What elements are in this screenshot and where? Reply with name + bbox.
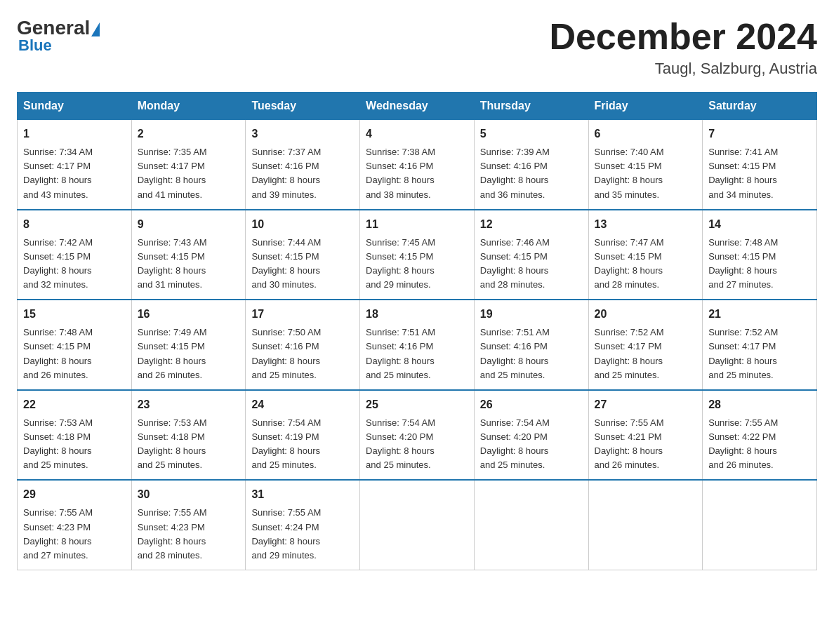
calendar-cell: 11 Sunrise: 7:45 AMSunset: 4:15 PMDaylig… xyxy=(360,210,475,300)
calendar-cell: 28 Sunrise: 7:55 AMSunset: 4:22 PMDaylig… xyxy=(703,390,817,481)
day-info: Sunrise: 7:44 AMSunset: 4:15 PMDaylight:… xyxy=(251,237,321,290)
calendar-week-2: 8 Sunrise: 7:42 AMSunset: 4:15 PMDayligh… xyxy=(18,210,817,300)
header-tuesday: Tuesday xyxy=(246,93,360,120)
calendar-table: Sunday Monday Tuesday Wednesday Thursday… xyxy=(17,92,817,570)
day-number: 7 xyxy=(708,126,811,142)
day-number: 29 xyxy=(23,486,126,503)
calendar-cell: 4 Sunrise: 7:38 AMSunset: 4:16 PMDayligh… xyxy=(360,120,475,210)
calendar-cell: 21 Sunrise: 7:52 AMSunset: 4:17 PMDaylig… xyxy=(703,300,817,390)
page-header: General Blue December 2024 Taugl, Salzbu… xyxy=(17,17,817,78)
day-info: Sunrise: 7:43 AMSunset: 4:15 PMDaylight:… xyxy=(138,237,207,290)
header-sunday: Sunday xyxy=(18,93,132,120)
day-number: 31 xyxy=(251,486,354,503)
month-title: December 2024 xyxy=(549,17,817,57)
day-info: Sunrise: 7:51 AMSunset: 4:16 PMDaylight:… xyxy=(480,327,550,380)
day-info: Sunrise: 7:55 AMSunset: 4:24 PMDaylight:… xyxy=(251,507,321,560)
day-info: Sunrise: 7:35 AMSunset: 4:17 PMDaylight:… xyxy=(138,147,207,199)
calendar-cell: 26 Sunrise: 7:54 AMSunset: 4:20 PMDaylig… xyxy=(474,390,588,481)
day-info: Sunrise: 7:52 AMSunset: 4:17 PMDaylight:… xyxy=(595,327,664,380)
day-number: 16 xyxy=(138,306,240,323)
day-info: Sunrise: 7:54 AMSunset: 4:19 PMDaylight:… xyxy=(251,417,321,470)
day-number: 5 xyxy=(480,126,583,142)
day-info: Sunrise: 7:46 AMSunset: 4:15 PMDaylight:… xyxy=(480,237,550,290)
day-info: Sunrise: 7:51 AMSunset: 4:16 PMDaylight:… xyxy=(366,327,435,380)
logo-triangle-icon xyxy=(91,22,100,36)
calendar-cell: 25 Sunrise: 7:54 AMSunset: 4:20 PMDaylig… xyxy=(360,390,475,481)
day-number: 6 xyxy=(595,126,697,142)
calendar-cell: 1 Sunrise: 7:34 AMSunset: 4:17 PMDayligh… xyxy=(18,120,132,210)
day-number: 2 xyxy=(138,126,240,142)
calendar-cell: 15 Sunrise: 7:48 AMSunset: 4:15 PMDaylig… xyxy=(18,300,132,390)
header-thursday: Thursday xyxy=(474,93,588,120)
day-info: Sunrise: 7:55 AMSunset: 4:22 PMDaylight:… xyxy=(708,417,778,470)
calendar-cell: 23 Sunrise: 7:53 AMSunset: 4:18 PMDaylig… xyxy=(131,390,246,481)
calendar-cell: 10 Sunrise: 7:44 AMSunset: 4:15 PMDaylig… xyxy=(246,210,360,300)
calendar-cell: 19 Sunrise: 7:51 AMSunset: 4:16 PMDaylig… xyxy=(474,300,588,390)
calendar-week-5: 29 Sunrise: 7:55 AMSunset: 4:23 PMDaylig… xyxy=(18,480,817,570)
calendar-cell: 27 Sunrise: 7:55 AMSunset: 4:21 PMDaylig… xyxy=(588,390,703,481)
day-info: Sunrise: 7:52 AMSunset: 4:17 PMDaylight:… xyxy=(708,327,778,380)
day-info: Sunrise: 7:55 AMSunset: 4:23 PMDaylight:… xyxy=(23,507,93,560)
day-info: Sunrise: 7:54 AMSunset: 4:20 PMDaylight:… xyxy=(480,417,550,470)
day-number: 30 xyxy=(138,486,240,503)
day-info: Sunrise: 7:38 AMSunset: 4:16 PMDaylight:… xyxy=(366,147,435,199)
day-info: Sunrise: 7:41 AMSunset: 4:15 PMDaylight:… xyxy=(708,147,778,199)
day-info: Sunrise: 7:39 AMSunset: 4:16 PMDaylight:… xyxy=(480,147,550,199)
day-number: 25 xyxy=(366,396,468,413)
calendar-week-1: 1 Sunrise: 7:34 AMSunset: 4:17 PMDayligh… xyxy=(18,120,817,210)
calendar-cell: 22 Sunrise: 7:53 AMSunset: 4:18 PMDaylig… xyxy=(18,390,132,481)
day-number: 23 xyxy=(138,396,240,413)
location-title: Taugl, Salzburg, Austria xyxy=(549,60,817,78)
day-number: 22 xyxy=(23,396,126,413)
calendar-week-3: 15 Sunrise: 7:48 AMSunset: 4:15 PMDaylig… xyxy=(18,300,817,390)
calendar-cell: 14 Sunrise: 7:48 AMSunset: 4:15 PMDaylig… xyxy=(703,210,817,300)
calendar-cell: 31 Sunrise: 7:55 AMSunset: 4:24 PMDaylig… xyxy=(246,480,360,570)
day-number: 28 xyxy=(708,396,811,413)
calendar-cell: 3 Sunrise: 7:37 AMSunset: 4:16 PMDayligh… xyxy=(246,120,360,210)
calendar-cell: 20 Sunrise: 7:52 AMSunset: 4:17 PMDaylig… xyxy=(588,300,703,390)
day-number: 18 xyxy=(366,306,468,323)
calendar-cell: 16 Sunrise: 7:49 AMSunset: 4:15 PMDaylig… xyxy=(131,300,246,390)
day-info: Sunrise: 7:34 AMSunset: 4:17 PMDaylight:… xyxy=(23,147,93,199)
day-number: 27 xyxy=(595,396,697,413)
day-info: Sunrise: 7:53 AMSunset: 4:18 PMDaylight:… xyxy=(138,417,207,470)
calendar-cell: 13 Sunrise: 7:47 AMSunset: 4:15 PMDaylig… xyxy=(588,210,703,300)
day-info: Sunrise: 7:49 AMSunset: 4:15 PMDaylight:… xyxy=(138,327,207,380)
title-block: December 2024 Taugl, Salzburg, Austria xyxy=(549,17,817,78)
calendar-cell: 9 Sunrise: 7:43 AMSunset: 4:15 PMDayligh… xyxy=(131,210,246,300)
calendar-cell: 6 Sunrise: 7:40 AMSunset: 4:15 PMDayligh… xyxy=(588,120,703,210)
day-number: 13 xyxy=(595,216,697,233)
calendar-cell: 5 Sunrise: 7:39 AMSunset: 4:16 PMDayligh… xyxy=(474,120,588,210)
logo-blue-text: Blue xyxy=(18,36,52,55)
day-number: 3 xyxy=(251,126,354,142)
calendar-cell: 8 Sunrise: 7:42 AMSunset: 4:15 PMDayligh… xyxy=(18,210,132,300)
logo: General Blue xyxy=(17,17,100,55)
day-info: Sunrise: 7:47 AMSunset: 4:15 PMDaylight:… xyxy=(595,237,664,290)
weekday-header-row: Sunday Monday Tuesday Wednesday Thursday… xyxy=(18,93,817,120)
day-info: Sunrise: 7:45 AMSunset: 4:15 PMDaylight:… xyxy=(366,237,435,290)
day-info: Sunrise: 7:55 AMSunset: 4:21 PMDaylight:… xyxy=(595,417,664,470)
day-info: Sunrise: 7:50 AMSunset: 4:16 PMDaylight:… xyxy=(251,327,321,380)
calendar-cell: 30 Sunrise: 7:55 AMSunset: 4:23 PMDaylig… xyxy=(131,480,246,570)
day-number: 9 xyxy=(138,216,240,233)
day-info: Sunrise: 7:53 AMSunset: 4:18 PMDaylight:… xyxy=(23,417,93,470)
day-number: 14 xyxy=(708,216,811,233)
calendar-cell: 29 Sunrise: 7:55 AMSunset: 4:23 PMDaylig… xyxy=(18,480,132,570)
day-number: 4 xyxy=(366,126,468,142)
day-number: 11 xyxy=(366,216,468,233)
day-number: 12 xyxy=(480,216,583,233)
day-info: Sunrise: 7:55 AMSunset: 4:23 PMDaylight:… xyxy=(138,507,207,560)
day-info: Sunrise: 7:37 AMSunset: 4:16 PMDaylight:… xyxy=(251,147,321,199)
calendar-cell: 7 Sunrise: 7:41 AMSunset: 4:15 PMDayligh… xyxy=(703,120,817,210)
day-info: Sunrise: 7:54 AMSunset: 4:20 PMDaylight:… xyxy=(366,417,435,470)
day-number: 1 xyxy=(23,126,126,142)
day-number: 15 xyxy=(23,306,126,323)
day-number: 21 xyxy=(708,306,811,323)
calendar-week-4: 22 Sunrise: 7:53 AMSunset: 4:18 PMDaylig… xyxy=(18,390,817,481)
header-monday: Monday xyxy=(131,93,246,120)
calendar-cell: 24 Sunrise: 7:54 AMSunset: 4:19 PMDaylig… xyxy=(246,390,360,481)
calendar-cell xyxy=(474,480,588,570)
calendar-cell xyxy=(360,480,475,570)
day-number: 24 xyxy=(251,396,354,413)
day-info: Sunrise: 7:42 AMSunset: 4:15 PMDaylight:… xyxy=(23,237,93,290)
